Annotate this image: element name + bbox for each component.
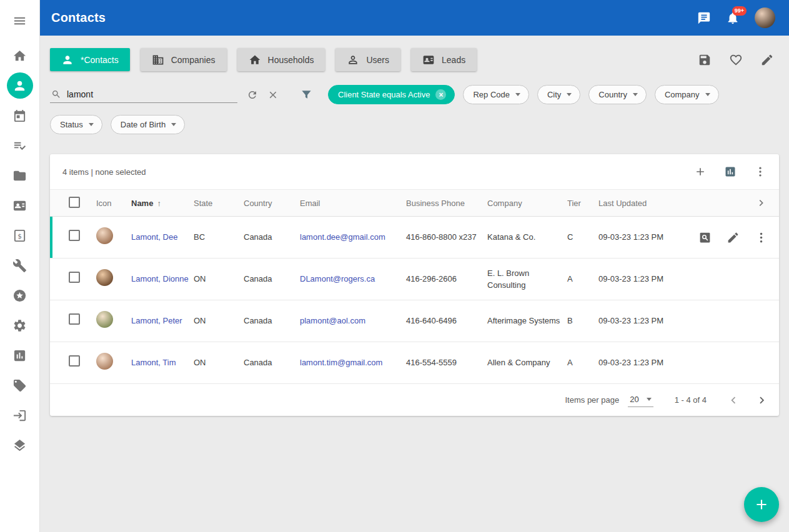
items-per-page-select[interactable]: 20 xyxy=(628,393,653,407)
row-checkbox[interactable] xyxy=(69,355,80,367)
pagination-bar: Items per page 20 1 - 4 of 4 xyxy=(50,384,779,416)
notifications-icon[interactable]: 99+ xyxy=(726,11,740,25)
page-title: Contacts xyxy=(51,11,106,25)
add-contact-fab[interactable] xyxy=(744,487,779,522)
tab-contacts[interactable]: *Contacts xyxy=(50,48,130,71)
select-all-checkbox[interactable] xyxy=(69,197,80,208)
settings-icon[interactable] xyxy=(7,312,33,338)
sort-asc-icon: ↑ xyxy=(157,199,161,208)
more-options-icon[interactable] xyxy=(754,165,767,178)
edit-row-icon[interactable] xyxy=(727,231,740,244)
table-row[interactable]: Lamont, Dionne ON Canada DLamont@rogers.… xyxy=(50,259,779,300)
reports-icon[interactable] xyxy=(7,342,33,368)
search-input[interactable] xyxy=(67,89,236,99)
filter-chip-client-state[interactable]: Client State equals Active × xyxy=(328,85,455,104)
filter-chip-rep-code[interactable]: Rep Code xyxy=(463,85,529,104)
filter-bar-row2: Status Date of Birth xyxy=(40,104,789,134)
chevron-down-icon xyxy=(89,123,94,126)
prev-page-icon[interactable] xyxy=(727,393,740,407)
contact-name-link[interactable]: Lamont, Tim xyxy=(131,358,176,367)
state-cell: BC xyxy=(194,231,244,244)
phone-cell: 416-296-2606 xyxy=(406,273,487,285)
home-icon[interactable] xyxy=(7,42,33,69)
row-checkbox[interactable] xyxy=(69,313,80,325)
exit-icon[interactable] xyxy=(7,402,33,428)
calendar-icon[interactable] xyxy=(7,102,33,129)
table-row[interactable]: Lamont, Dee BC Canada lamont.dee@gmail.c… xyxy=(50,217,779,259)
last-updated-cell: 09-03-23 1:23 PM xyxy=(598,273,692,285)
save-icon[interactable] xyxy=(698,53,712,67)
table-row[interactable]: Lamont, Peter ON Canada plamont@aol.com … xyxy=(50,300,779,342)
email-link[interactable]: DLamont@rogers.ca xyxy=(300,274,375,283)
contact-name-link[interactable]: Lamont, Peter xyxy=(131,316,182,325)
invoice-icon[interactable]: $ xyxy=(7,222,33,249)
tag-icon[interactable] xyxy=(7,372,33,398)
state-cell: ON xyxy=(194,357,244,369)
contact-avatar xyxy=(96,227,113,244)
folder-icon[interactable] xyxy=(7,162,33,189)
tab-users[interactable]: Users xyxy=(335,48,400,71)
favorite-icon[interactable] xyxy=(729,53,743,67)
filter-chip-country[interactable]: Country xyxy=(588,85,647,104)
tasks-icon[interactable] xyxy=(7,132,33,159)
chat-icon[interactable] xyxy=(697,11,711,25)
tab-label: *Contacts xyxy=(81,55,119,65)
contact-avatar xyxy=(96,269,113,286)
row-checkbox[interactable] xyxy=(69,272,80,283)
tab-label: Households xyxy=(268,55,314,65)
edit-icon[interactable] xyxy=(760,53,774,67)
column-header-country[interactable]: Country xyxy=(244,199,300,208)
row-checkbox[interactable] xyxy=(69,230,80,241)
tab-companies[interactable]: Companies xyxy=(141,48,227,71)
column-header-email[interactable]: Email xyxy=(300,199,406,208)
tab-households[interactable]: Households xyxy=(237,48,325,71)
row-menu-icon[interactable] xyxy=(755,231,768,244)
column-header-business-phone[interactable]: Business Phone xyxy=(406,199,487,208)
company-cell: Afterimage Systems xyxy=(487,315,567,327)
column-header-state[interactable]: State xyxy=(194,199,244,208)
country-cell: Canada xyxy=(244,357,300,369)
column-header-company[interactable]: Company xyxy=(487,199,567,208)
tab-leads[interactable]: Leads xyxy=(411,48,477,71)
column-header-tier[interactable]: Tier xyxy=(567,199,598,208)
menu-icon[interactable] xyxy=(7,7,33,34)
filter-chip-company[interactable]: Company xyxy=(655,85,719,104)
filter-chip-city[interactable]: City xyxy=(537,85,580,104)
filter-icon[interactable] xyxy=(300,89,312,101)
column-header-name[interactable]: Name ↑ xyxy=(131,199,194,208)
country-cell: Canada xyxy=(244,231,300,244)
last-updated-cell: 09-03-23 1:23 PM xyxy=(598,315,692,327)
next-page-icon[interactable] xyxy=(755,393,769,407)
company-cell: E. L. Brown Consulting xyxy=(487,267,567,292)
featured-icon[interactable] xyxy=(7,282,33,308)
user-avatar[interactable] xyxy=(755,7,775,28)
chart-view-icon[interactable] xyxy=(724,165,737,178)
remove-filter-icon[interactable]: × xyxy=(435,89,446,100)
plus-icon xyxy=(753,496,770,513)
email-link[interactable]: plamont@aol.com xyxy=(300,316,365,325)
table-row[interactable]: Lamont, Tim ON Canada lamont.tim@gmail.c… xyxy=(50,342,779,384)
layers-icon[interactable] xyxy=(7,432,33,458)
contact-name-link[interactable]: Lamont, Dee xyxy=(131,232,177,242)
contacts-icon[interactable] xyxy=(7,72,33,99)
add-icon[interactable] xyxy=(694,165,707,178)
email-link[interactable]: lamont.dee@gmail.com xyxy=(300,232,385,242)
contact-card-icon[interactable] xyxy=(7,192,33,219)
clear-search-icon[interactable] xyxy=(267,89,279,101)
app-header: Contacts 99+ xyxy=(40,0,789,36)
tools-icon[interactable] xyxy=(7,252,33,278)
expand-columns-icon[interactable] xyxy=(755,197,768,209)
preview-icon[interactable] xyxy=(698,231,712,244)
contact-avatar xyxy=(96,353,113,370)
email-link[interactable]: lamont.tim@gmail.com xyxy=(300,358,382,367)
svg-text:$: $ xyxy=(17,232,22,239)
filter-chip-date-of-birth[interactable]: Date of Birth xyxy=(111,115,185,134)
refresh-icon[interactable] xyxy=(247,89,258,101)
filter-chip-status[interactable]: Status xyxy=(50,115,102,134)
tier-cell: B xyxy=(567,315,598,327)
chip-label: Date of Birth xyxy=(121,120,166,129)
column-header-last-updated[interactable]: Last Updated xyxy=(598,199,692,208)
country-cell: Canada xyxy=(244,315,300,327)
contact-name-link[interactable]: Lamont, Dionne xyxy=(131,274,189,283)
chevron-down-icon xyxy=(567,93,572,96)
